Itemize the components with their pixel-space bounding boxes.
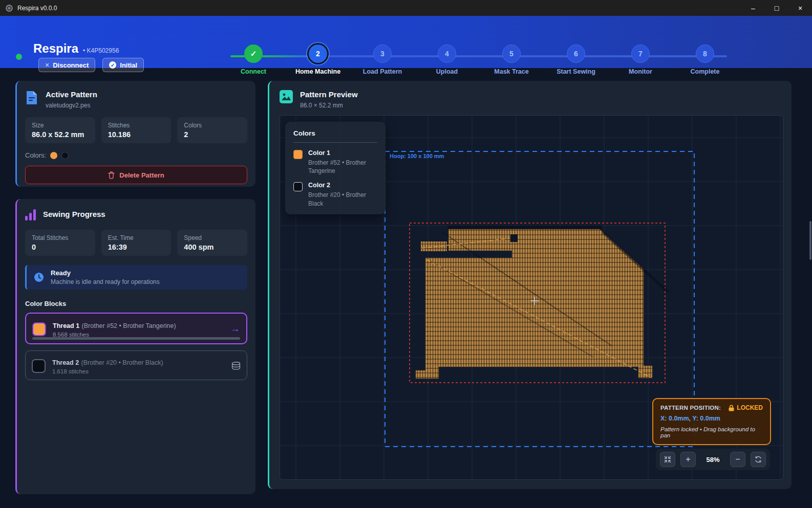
fit-view-button[interactable] xyxy=(660,452,675,467)
card-title: Active Pattern xyxy=(46,90,97,99)
reset-view-button[interactable] xyxy=(751,452,766,467)
step-load-pattern[interactable]: 3 Load Pattern xyxy=(350,45,415,75)
legend-entry-2: Color 2 Brother #20 • Brother Black xyxy=(293,182,377,207)
stat-est-time: Est. Time 16:39 xyxy=(101,230,172,256)
scrollbar-thumb[interactable] xyxy=(809,221,811,260)
zoom-out-button[interactable]: − xyxy=(730,452,745,467)
close-button[interactable]: × xyxy=(788,0,812,16)
thread-swatch xyxy=(32,322,46,336)
thread-row-1[interactable]: Thread 1 (Brother #52 • Brother Tangerin… xyxy=(25,313,247,344)
step-number: 2 xyxy=(309,45,327,63)
document-icon xyxy=(25,90,38,105)
embroidery-pattern xyxy=(416,226,668,379)
step-number: 8 xyxy=(696,45,714,63)
delete-pattern-button[interactable]: Delete Pattern xyxy=(25,166,247,184)
step-start-sewing[interactable]: 6 Start Sewing xyxy=(544,45,608,75)
pattern-filename: valetudogv2.pes xyxy=(46,102,97,109)
thread-progress-bar xyxy=(32,337,240,340)
maximize-button[interactable]: □ xyxy=(765,0,788,16)
check-circle-icon: ✓ xyxy=(109,61,116,69)
position-hint: Pattern locked • Drag background to pan xyxy=(660,426,763,438)
machine-serial: • K4P502956 xyxy=(83,47,119,54)
stat-size: Size 86.0 x 52.2 mm xyxy=(25,117,95,143)
locked-badge: LOCKED xyxy=(737,404,763,411)
disconnect-button[interactable]: × Disconnect xyxy=(38,58,95,72)
sewing-progress-card: Sewing Progress Total Stitches 0 Est. Ti… xyxy=(15,199,255,494)
active-pattern-card: Active Pattern valetudogv2.pes Size 86.0… xyxy=(15,81,255,187)
app-name: Respira xyxy=(33,41,78,56)
pattern-preview-card: Pattern Preview 86.0 × 52.2 mm Hoop: 100… xyxy=(268,81,792,489)
step-home-machine[interactable]: 2 Home Machine xyxy=(286,45,350,75)
zoom-in-button[interactable]: + xyxy=(680,452,696,467)
step-number: 7 xyxy=(631,45,650,63)
initial-button[interactable]: ✓ Initial xyxy=(102,58,144,72)
pattern-position-overlay: PATTERN POSITION: LOCKED X: 0.0mm, Y: 0.… xyxy=(652,398,771,445)
trash-icon xyxy=(108,171,115,179)
step-mask-trace[interactable]: 5 Mask Trace xyxy=(479,45,544,75)
app-header: Respira • K4P502956 × Disconnect ✓ Initi… xyxy=(0,16,812,68)
preview-canvas[interactable]: Hoop: 100 x 100 mm Colo xyxy=(280,115,783,480)
minimize-button[interactable]: – xyxy=(741,0,765,16)
check-icon: ✓ xyxy=(244,45,263,63)
compress-icon xyxy=(664,456,671,463)
bar-chart-icon xyxy=(25,209,36,220)
color-dot-black xyxy=(61,152,69,159)
position-title: PATTERN POSITION: xyxy=(660,405,721,411)
image-icon xyxy=(280,90,293,103)
zoom-level: 58% xyxy=(701,456,725,463)
card-title: Sewing Progress xyxy=(43,210,105,218)
legend-entry-1: Color 1 Brother #52 • Brother Tangerine xyxy=(293,149,377,175)
status-message: Machine is idle and ready for operations xyxy=(51,278,160,285)
hoop-label: Hoop: 100 x 100 mm xyxy=(390,153,444,159)
step-number: 3 xyxy=(373,45,392,63)
app-icon xyxy=(5,4,13,12)
arrow-right-icon: → xyxy=(230,323,240,335)
color-blocks-heading: Color Blocks xyxy=(25,300,247,307)
legend-swatch-black xyxy=(293,182,303,191)
zoom-toolbar: + 58% − xyxy=(656,449,770,470)
step-monitor[interactable]: 7 Monitor xyxy=(608,45,673,75)
stat-total-stitches: Total Stitches 0 xyxy=(25,230,95,256)
position-coords: X: 0.0mm, Y: 0.0mm xyxy=(660,415,763,422)
lock-icon xyxy=(729,405,734,411)
stat-speed: Speed 400 spm xyxy=(177,230,247,256)
thread-row-2[interactable]: Thread 2 (Brother #20 • Brother Black) 1… xyxy=(25,350,247,380)
thread-swatch xyxy=(32,359,46,373)
color-dot-orange xyxy=(50,152,57,159)
stat-colors: Colors 2 xyxy=(177,117,247,143)
step-number: 4 xyxy=(438,45,456,63)
refresh-icon xyxy=(755,456,762,463)
machine-status-banner: Ready Machine is idle and ready for oper… xyxy=(25,265,247,290)
clock-icon xyxy=(34,272,44,282)
status-title: Ready xyxy=(51,269,160,277)
stat-stitches: Stitches 10.186 xyxy=(101,117,172,143)
close-icon: × xyxy=(45,61,49,69)
step-connect[interactable]: ✓ Connect xyxy=(221,45,286,75)
colors-label: Colors: xyxy=(25,151,46,159)
card-title: Pattern Preview xyxy=(300,90,358,99)
window-titlebar: Respira v0.0.0 – □ × xyxy=(0,0,812,16)
step-number: 5 xyxy=(502,45,521,63)
window-title: Respira v0.0.0 xyxy=(17,5,57,12)
workflow-stepper: ✓ Connect 2 Home Machine 3 Load Pattern … xyxy=(221,45,737,75)
colors-legend: Colors Color 1 Brother #52 • Brother Tan… xyxy=(285,122,386,214)
step-complete[interactable]: 8 Complete xyxy=(673,45,737,75)
legend-title: Colors xyxy=(293,129,377,143)
step-upload[interactable]: 4 Upload xyxy=(415,45,479,75)
stack-icon xyxy=(231,362,241,370)
pattern-dimensions: 86.0 × 52.2 mm xyxy=(300,102,358,109)
step-number: 6 xyxy=(567,45,585,63)
legend-swatch-orange xyxy=(293,150,303,159)
